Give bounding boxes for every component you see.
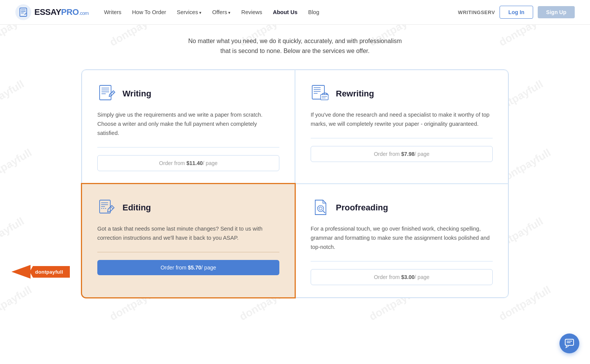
navbar: ESSAYPRO.com Writers How To Order Servic…	[0, 0, 590, 25]
proofreading-title: Proofreading	[336, 203, 388, 213]
service-card-writing: Writing Simply give us the requirements …	[82, 70, 295, 184]
watermark-6: dontpayfull	[0, 78, 26, 117]
subtitle-line1: No matter what you need, we do it quickl…	[81, 36, 509, 46]
svg-point-26	[319, 207, 322, 210]
signup-button[interactable]: Sign Up	[538, 6, 575, 18]
rewriting-divider	[311, 138, 493, 138]
stamp-text: dontpayfull	[30, 266, 70, 278]
proofreading-divider	[311, 261, 493, 261]
logo-text: ESSAYPRO.com	[34, 7, 89, 17]
service-card-editing: Editing Got a task that needs some last …	[82, 184, 295, 298]
nav-services[interactable]: Services	[177, 9, 202, 15]
nav-reviews[interactable]: Reviews	[241, 9, 262, 15]
services-grid: Writing Simply give us the requirements …	[81, 69, 509, 298]
writing-divider	[97, 147, 279, 148]
stamp-arrow-shape	[11, 265, 31, 279]
nav-blog[interactable]: Blog	[308, 9, 319, 15]
logo[interactable]: ESSAYPRO.com	[15, 4, 89, 20]
nav-offers[interactable]: Offers	[212, 9, 231, 15]
writing-title: Writing	[123, 89, 151, 99]
writing-desc: Simply give us the requirements and we w…	[97, 111, 279, 138]
editing-icon	[97, 198, 117, 218]
watermark-21: dontpayfull	[0, 284, 34, 321]
subtitle-block: No matter what you need, we do it quickl…	[81, 36, 509, 56]
editing-title: Editing	[123, 203, 151, 213]
svg-line-27	[323, 211, 325, 213]
svg-rect-16	[321, 95, 328, 100]
editing-divider	[97, 252, 279, 252]
nav-about-us[interactable]: About Us	[273, 9, 297, 15]
card-header-proofreading: Proofreading	[311, 198, 493, 218]
svg-line-10	[112, 92, 114, 93]
svg-point-0	[16, 5, 31, 20]
nav-how-to-order[interactable]: How To Order	[132, 9, 166, 15]
watermark-16: dontpayfull	[0, 215, 26, 254]
service-card-rewriting: Rewriting If you've done the research an…	[295, 70, 508, 184]
editing-desc: Got a task that needs some last minute c…	[97, 224, 279, 243]
proofreading-desc: For a professional touch, we go over fin…	[311, 224, 493, 252]
svg-marker-28	[11, 265, 31, 279]
editing-order-button[interactable]: Order from $5.70/ page	[97, 260, 279, 275]
nav-links: Writers How To Order Services Offers Rev…	[104, 9, 458, 15]
svg-point-25	[318, 205, 324, 212]
rewriting-desc: If you've done the research and need a s…	[311, 111, 493, 129]
logo-icon	[15, 4, 31, 20]
dontpayfull-stamp: dontpayfull	[11, 265, 70, 280]
card-header-writing: Writing	[97, 84, 279, 104]
rewriting-title: Rewriting	[336, 89, 374, 99]
main-content: No matter what you need, we do it quickl…	[66, 25, 524, 321]
writing-serv-label: WRITINGSERV	[458, 10, 495, 15]
rewriting-icon	[311, 84, 330, 104]
stamp-arrow: dontpayfull	[11, 265, 70, 279]
service-card-proofreading: Proofreading For a professional touch, w…	[295, 184, 508, 298]
writing-icon	[97, 84, 117, 104]
writing-order-button[interactable]: Order from $11.40/ page	[97, 155, 279, 171]
nav-right: WRITINGSERV Log In Sign Up	[458, 6, 575, 19]
subtitle-line2: that is second to none. Below are the se…	[81, 46, 509, 56]
card-header-editing: Editing	[97, 198, 279, 218]
card-header-rewriting: Rewriting	[311, 84, 493, 104]
proofreading-icon	[311, 198, 330, 218]
login-button[interactable]: Log In	[500, 6, 533, 19]
nav-writers[interactable]: Writers	[104, 9, 121, 15]
rewriting-order-button[interactable]: Order from $7.98/ page	[311, 146, 493, 162]
svg-rect-5	[100, 85, 111, 100]
svg-line-23	[111, 207, 113, 209]
watermark-11: dontpayfull	[0, 146, 34, 186]
proofreading-order-button[interactable]: Order from $3.00/ page	[311, 269, 493, 285]
